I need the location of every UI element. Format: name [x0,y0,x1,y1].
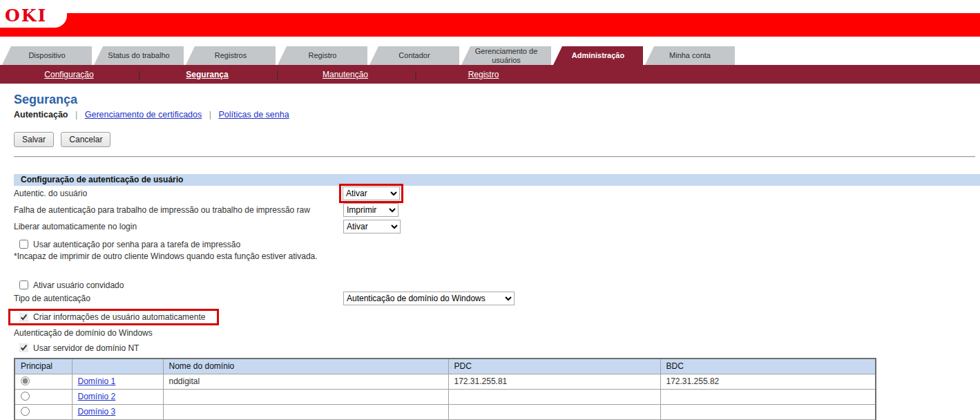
col-domain-name: Nome do domínio [163,359,448,374]
table-row-domain-2: Domínio 2 [15,389,876,404]
principal-radio-2[interactable] [21,392,30,401]
cancel-button[interactable]: Cancelar [61,132,111,147]
col-bdc: BDC [660,359,876,374]
tab-contador[interactable]: Contador [369,46,459,65]
principal-radio-3[interactable] [21,407,30,416]
auth-failure-select[interactable]: Imprimir [343,203,398,217]
col-pdc: PDC [448,359,660,374]
domain-3-name [163,404,448,419]
subnav-configuracao[interactable]: Configuração [44,70,93,79]
subnav-registro[interactable]: Registro [468,70,499,79]
link-separator: | [209,110,211,120]
domain-1-pdc: 172.31.255.81 [448,374,660,389]
col-domain-link [72,359,163,374]
domain-2-link[interactable]: Domínio 2 [78,392,116,401]
domain-table-header-row: Principal Nome do domínio PDC BDC [15,359,876,374]
red-banner-bar [0,13,980,37]
user-auth-label: Autentic. do usuário [14,189,87,198]
save-button[interactable]: Salvar [14,132,54,147]
user-auth-select[interactable]: Ativar [343,187,400,200]
highlight-box-create-user: Criar informações de usuário automaticam… [8,309,219,325]
guest-user-label: Ativar usuário convidado [33,280,124,290]
domain-1-bdc: 172.31.255.82 [660,374,876,389]
page-title: Segurança [14,92,980,107]
auto-release-select[interactable]: Ativar [343,220,401,233]
tab-dispositivo[interactable]: Dispositivo [2,46,92,65]
nt-domain-label: Usar servidor de domínio NT [33,343,139,353]
nt-domain-checkbox[interactable] [19,343,28,352]
domain-1-name: nddigital [163,374,448,389]
auto-release-label: Liberar automaticamente no login [14,222,137,231]
link-autenticacao: Autenticação [14,110,68,120]
table-row-domain-3: Domínio 3 [15,404,876,419]
create-user-label: Criar informações de usuário automaticam… [33,312,205,322]
row-auth-failure: Falha de autenticação para trabalho de i… [14,202,980,219]
domain-2-bdc [660,389,876,404]
domain-3-link[interactable]: Domínio 3 [78,407,116,417]
row-auto-release: Liberar automaticamente no login Ativar [14,219,980,236]
password-auth-label: Usar autenticação por senha para a taref… [33,240,240,249]
tab-gerenciamento-de-usuarios[interactable]: Gerenciamento de usuários [461,46,551,65]
link-gerenciamento-certificados[interactable]: Gerenciamento de certificados [85,110,202,120]
guest-user-checkbox[interactable] [19,280,28,289]
auth-type-select[interactable]: Autenticação de domínio do Windows [343,292,515,305]
section-header-user-auth: Configuração de autenticação de usuário [14,174,980,186]
domain-table: Principal Nome do domínio PDC BDC Domíni… [14,358,876,420]
tab-administracao[interactable]: Administração [553,46,643,65]
main-content: Segurança Autenticação | Gerenciamento d… [0,92,980,420]
link-separator: | [75,110,77,120]
highlight-box-user-auth: Ativar [339,184,403,203]
header-banner: OKI [0,0,980,37]
principal-radio-1[interactable] [21,376,30,385]
row-nt-domain: Usar servidor de domínio NT [14,342,980,354]
auth-failure-label: Falha de autenticação para trabalho de i… [14,205,310,215]
row-guest-user: Ativar usuário convidado [14,279,980,291]
oki-logo: OKI [0,0,67,26]
col-principal: Principal [15,359,72,374]
domain-2-pdc [448,389,660,404]
tab-registro[interactable]: Registro [278,46,367,65]
main-tab-bar: Dispositivo Status do trabalho Registros… [2,46,980,65]
action-buttons: Salvar Cancelar [14,132,980,147]
subnav-seguranca[interactable]: Segurança [186,70,228,79]
link-politicas-de-senha[interactable]: Políticas de senha [218,110,289,120]
domain-3-bdc [660,404,876,419]
tab-status-do-trabalho[interactable]: Status do trabalho [94,46,184,65]
row-user-auth: Autentic. do usuário Ativar [14,186,980,202]
admin-subnav: Configuração | Segurança | Manutenção | … [0,65,980,84]
domain-1-link[interactable]: Domínio 1 [78,376,116,386]
row-auth-type: Tipo de autenticação Autenticação de dom… [14,291,980,307]
row-password-auth: Usar autenticação por senha para a taref… [14,238,980,250]
windows-client-note: *Incapaz de imprimir de outro cliente Wi… [14,251,980,261]
password-auth-checkbox[interactable] [19,240,28,249]
tab-minha-conta[interactable]: Minha conta [645,46,735,65]
security-section-links: Autenticação | Gerenciamento de certific… [14,110,980,120]
tab-registros[interactable]: Registros [186,46,276,65]
logo-plate: OKI [0,0,67,28]
subnav-manutencao[interactable]: Manutenção [323,70,368,79]
windows-domain-auth-label: Autenticação de domínio do Windows [14,327,980,339]
create-user-checkbox[interactable] [19,313,28,322]
domain-2-name [163,389,448,404]
table-row-domain-1: Domínio 1 nddigital 172.31.255.81 172.31… [15,374,876,389]
domain-3-pdc [448,404,660,419]
auth-type-label: Tipo de autenticação [14,294,90,303]
divider-rule [14,156,975,158]
